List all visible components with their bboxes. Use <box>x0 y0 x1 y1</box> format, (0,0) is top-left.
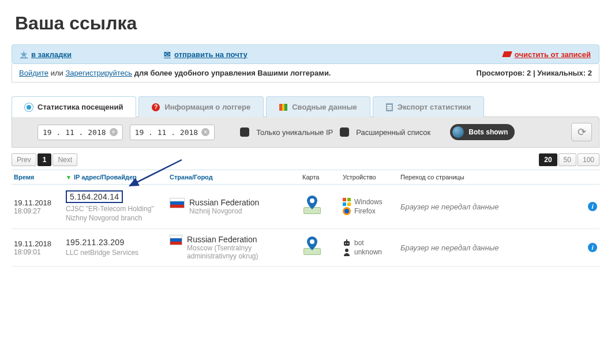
star-icon: ★ <box>20 50 28 59</box>
svg-rect-1 <box>343 198 346 201</box>
tab-info[interactable]: ? Информация о логгере <box>138 96 264 117</box>
pager: Prev 1 Next <box>12 153 77 166</box>
col-referrer: Переход со страницы <box>400 174 580 181</box>
ip-address[interactable]: 5.164.204.14 <box>66 190 123 203</box>
svg-rect-2 <box>347 198 351 201</box>
filter-bar: 19 . 11 . 2018 × 19 . 11 . 2018 × Только… <box>12 117 599 148</box>
cell-referrer: Браузер не передал данные <box>400 202 580 211</box>
table-header: Время ▼ IP адрес/Провайдер Страна/Город … <box>12 170 599 185</box>
cell-country: Russian Federation Nizhnij Novgorod <box>170 198 302 215</box>
cell-info[interactable]: i <box>580 202 597 211</box>
clear-link[interactable]: очистить от записей <box>503 50 591 59</box>
cell-ip: 195.211.23.209 LLC netBridge Services <box>66 238 170 257</box>
windows-icon <box>343 198 351 206</box>
table-row: 19.11.2018 18:09:01 195.211.23.209 LLC n… <box>12 229 599 267</box>
flag-ru-icon <box>170 235 182 245</box>
pager-current[interactable]: 1 <box>38 153 52 166</box>
unique-ip-label: Только уникальные IP <box>256 128 333 137</box>
svg-rect-8 <box>344 241 350 246</box>
mail-icon: ✉ <box>164 50 171 59</box>
sort-desc-icon: ▼ <box>66 174 72 181</box>
firefox-icon <box>343 207 351 215</box>
col-map: Карта <box>302 174 343 181</box>
page-size-50[interactable]: 50 <box>558 153 576 166</box>
send-mail-link[interactable]: ✉ отправить на почту <box>164 50 248 59</box>
tab-bar: Статистика посещений ? Информация о логг… <box>12 96 599 117</box>
info-bar: Войдите или Зарегистрируйтесь для более … <box>12 64 599 82</box>
cell-country: Russian Federation Moscow (Tsentralnyy a… <box>170 235 302 260</box>
cell-ip: 5.164.204.14 CJSC "ER-Telecom Holding" N… <box>66 190 170 223</box>
svg-point-10 <box>347 243 348 244</box>
svg-point-7 <box>310 239 314 244</box>
tab-export[interactable]: Экспорт статистики <box>373 96 485 117</box>
map-pin-icon <box>302 198 322 214</box>
tab-summary[interactable]: Сводные данные <box>266 96 370 117</box>
unique-ip-checkbox[interactable] <box>240 127 249 137</box>
login-link[interactable]: Войдите <box>19 69 48 77</box>
svg-point-0 <box>310 198 314 203</box>
svg-rect-3 <box>343 202 346 206</box>
clear-date-from-icon[interactable]: × <box>110 128 118 136</box>
bookmark-link[interactable]: ★ в закладки <box>20 50 72 59</box>
svg-point-6 <box>344 209 349 213</box>
provider: CJSC "ER-Telecom Holding" Nizhny Novgoro… <box>66 204 170 223</box>
pager-prev[interactable]: Prev <box>12 153 36 166</box>
clear-label: очистить от записей <box>515 50 591 59</box>
question-icon: ? <box>152 103 160 111</box>
bookmark-label: в закладки <box>31 50 72 59</box>
extended-checkbox[interactable] <box>340 127 349 137</box>
bots-toggle[interactable]: Bots shown <box>450 124 515 140</box>
cell-map[interactable] <box>302 239 343 257</box>
col-country[interactable]: Страна/Город <box>170 174 302 181</box>
extended-label: Расширенный список <box>356 128 430 137</box>
pager-next[interactable]: Next <box>53 153 77 166</box>
chart-icon <box>279 104 287 111</box>
svg-point-12 <box>345 249 348 252</box>
col-time[interactable]: Время <box>14 174 66 181</box>
table-row: 19.11.2018 18:09:27 5.164.204.14 CJSC "E… <box>12 185 599 229</box>
toggle-knob-icon <box>452 126 464 138</box>
tab-stats[interactable]: Статистика посещений <box>12 96 136 117</box>
svg-line-13 <box>130 160 182 186</box>
refresh-button[interactable]: ⟳ <box>571 123 592 141</box>
cell-device: Windows Firefox <box>343 198 400 215</box>
svg-rect-11 <box>346 239 347 241</box>
svg-point-9 <box>345 243 346 244</box>
page-size-100[interactable]: 100 <box>578 153 599 166</box>
date-from-input[interactable]: 19 . 11 . 2018 × <box>38 125 123 140</box>
target-icon <box>25 103 33 111</box>
refresh-icon: ⟳ <box>578 126 586 138</box>
cell-map[interactable] <box>302 198 343 216</box>
provider: LLC netBridge Services <box>66 248 138 257</box>
ip-address[interactable]: 195.211.23.209 <box>66 238 125 247</box>
col-device: Устройство <box>343 174 400 181</box>
map-pin-icon <box>302 239 322 255</box>
flag-ru-icon <box>170 198 185 208</box>
date-to-input[interactable]: 19 . 11 . 2018 × <box>130 125 215 140</box>
action-bar: ★ в закладки ✉ отправить на почту очисти… <box>12 44 599 64</box>
bot-icon <box>343 239 351 247</box>
send-label: отправить на почту <box>174 50 248 59</box>
view-counters: Просмотров: 2 | Уникальных: 2 <box>477 69 592 77</box>
eraser-icon <box>502 51 512 57</box>
page-title: Ваша ссылка <box>12 0 599 44</box>
cell-device: bot unknown <box>343 239 400 256</box>
svg-rect-4 <box>347 202 351 206</box>
cell-referrer: Браузер не передал данные <box>400 243 580 252</box>
cell-time: 19.11.2018 18:09:27 <box>14 198 66 215</box>
unique-count: 2 <box>588 69 592 77</box>
register-link[interactable]: Зарегистрируйтесь <box>65 69 132 77</box>
clear-date-to-icon[interactable]: × <box>201 128 209 136</box>
cell-time: 19.11.2018 18:09:01 <box>14 239 66 256</box>
info-icon: i <box>588 202 597 211</box>
info-icon: i <box>588 243 597 252</box>
cell-info[interactable]: i <box>580 243 597 252</box>
page-size: 20 50 100 <box>539 153 599 166</box>
export-icon <box>386 103 393 111</box>
login-hint: Войдите или Зарегистрируйтесь для более … <box>19 69 331 77</box>
pager-row: Prev 1 Next 20 50 100 <box>12 148 599 170</box>
page-size-20[interactable]: 20 <box>539 153 557 166</box>
annotation-arrow-icon <box>124 157 188 192</box>
unknown-icon <box>343 248 351 256</box>
